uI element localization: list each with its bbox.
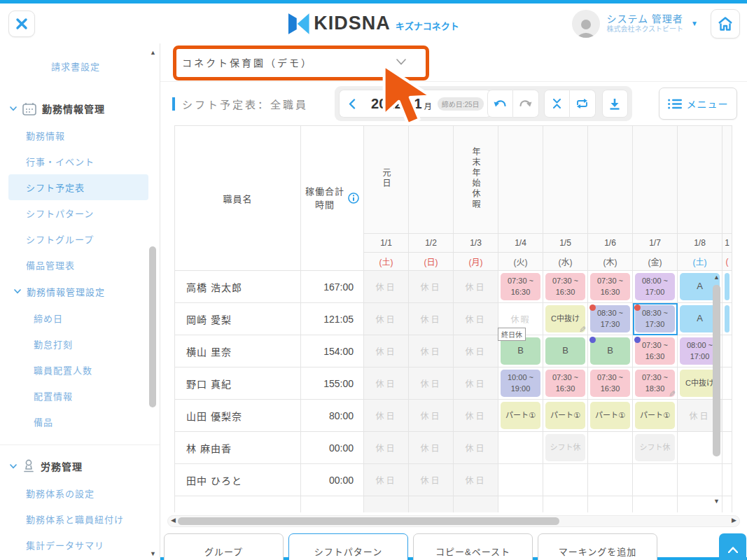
- scroll-up-arrow[interactable]: ▲: [148, 49, 158, 56]
- shift-cell[interactable]: 08:30 ~ 17:30: [588, 303, 633, 335]
- shift-cell[interactable]: [722, 464, 732, 496]
- sidebar-item-5[interactable]: シフトパターン: [0, 200, 160, 226]
- previous-month-button[interactable]: [339, 90, 364, 118]
- scrollbar-thumb[interactable]: [713, 285, 720, 456]
- facility-selector[interactable]: コネクト保育園（デモ）: [182, 55, 313, 69]
- shift-cell[interactable]: 休日: [454, 464, 498, 496]
- scroll-top-button[interactable]: [719, 533, 746, 560]
- shift-cell[interactable]: パート①: [543, 400, 588, 432]
- shift-cell[interactable]: B: [543, 335, 588, 368]
- shift-cell[interactable]: 休日: [409, 271, 454, 303]
- shift-cell[interactable]: [588, 496, 633, 513]
- sidebar-item-18[interactable]: 集計データサマリ: [0, 532, 160, 558]
- shift-cell[interactable]: 07:30 ~ 16:30: [498, 271, 543, 303]
- shift-cell[interactable]: 10:00 ~ 19:00: [498, 368, 543, 400]
- shift-cell[interactable]: 07:30 ~ 16:30: [588, 368, 633, 400]
- shift-cell[interactable]: 07:30 ~ 16:30: [588, 271, 633, 303]
- shift-cell[interactable]: [588, 432, 633, 464]
- shift-cell[interactable]: 休日: [364, 335, 409, 368]
- shift-cell[interactable]: B: [588, 335, 633, 368]
- shift-cell[interactable]: シフト休: [543, 432, 588, 464]
- shift-cell[interactable]: パート①: [588, 400, 633, 432]
- shift-cell[interactable]: [588, 464, 633, 496]
- scrollbar-thumb[interactable]: [149, 246, 156, 407]
- sidebar-item-6[interactable]: シフトグループ: [0, 226, 160, 252]
- scroll-right-arrow[interactable]: ▶: [732, 517, 736, 524]
- shift-cell[interactable]: 休日: [409, 335, 454, 368]
- footer-button-0[interactable]: グループ: [164, 533, 284, 560]
- scrollbar-thumb[interactable]: [178, 517, 559, 525]
- shift-cell[interactable]: [409, 496, 454, 513]
- sidebar-item-9[interactable]: 締め日: [0, 305, 160, 331]
- sidebar-item-4[interactable]: シフト予定表: [8, 174, 148, 200]
- sidebar-scrollbar[interactable]: ▲ ▼: [148, 49, 158, 557]
- shift-cell[interactable]: [722, 368, 732, 400]
- footer-button-1[interactable]: シフトパターン: [288, 533, 408, 560]
- shift-cell[interactable]: [722, 303, 732, 335]
- shift-cell[interactable]: [498, 432, 543, 464]
- sidebar-item-3[interactable]: 行事・イベント: [0, 148, 160, 174]
- shift-cell[interactable]: 休日: [364, 368, 409, 400]
- sidebar-item-10[interactable]: 勤怠打刻: [0, 331, 160, 357]
- sidebar-item-15[interactable]: 労務管理: [0, 452, 160, 480]
- shift-cell[interactable]: [722, 271, 732, 303]
- shift-cell[interactable]: 休日: [454, 271, 498, 303]
- shift-cell[interactable]: [722, 496, 732, 513]
- sidebar-item-0[interactable]: 請求書設定: [0, 53, 160, 79]
- sidebar-item-17[interactable]: 勤務体系と職員紐付け: [0, 506, 160, 532]
- shift-cell[interactable]: 休暇終日休: [498, 303, 543, 335]
- download-button[interactable]: [602, 90, 628, 118]
- shift-cell[interactable]: [722, 335, 732, 368]
- shift-cell[interactable]: [498, 464, 543, 496]
- info-icon[interactable]: [348, 192, 359, 204]
- shift-cell[interactable]: 07:30 ~ 16:30: [543, 271, 588, 303]
- shift-cell[interactable]: 08:00 ~ 17:00: [633, 271, 678, 303]
- table-horizontal-scrollbar[interactable]: ◀ ▶: [167, 515, 740, 527]
- shift-cell[interactable]: シフト休: [633, 432, 678, 464]
- close-button[interactable]: [8, 10, 35, 37]
- menu-button[interactable]: メニュー: [659, 88, 737, 120]
- shift-cell[interactable]: 休日: [454, 368, 498, 400]
- shift-cell[interactable]: 休日: [364, 271, 409, 303]
- table-vertical-scrollbar[interactable]: ▲ ▼: [711, 274, 722, 505]
- shift-cell[interactable]: 休日: [454, 432, 498, 464]
- shift-cell[interactable]: [454, 496, 498, 513]
- shift-cell[interactable]: 休日: [409, 464, 454, 496]
- home-button[interactable]: [711, 9, 740, 38]
- sidebar-item-12[interactable]: 配置情報: [0, 383, 160, 409]
- chevron-down-icon[interactable]: [396, 59, 406, 65]
- shift-cell[interactable]: 休日: [364, 303, 409, 335]
- shift-cell[interactable]: 休日: [364, 400, 409, 432]
- shift-cell[interactable]: 休日: [364, 432, 409, 464]
- shift-cell[interactable]: 休日: [409, 368, 454, 400]
- reload-button[interactable]: [570, 90, 596, 118]
- shift-cell[interactable]: 07:30 ~ 16:30: [633, 335, 678, 368]
- sidebar-item-1[interactable]: 勤務情報管理: [0, 94, 160, 122]
- shift-cell[interactable]: [722, 432, 732, 464]
- shift-cell[interactable]: 休日: [454, 303, 498, 335]
- shift-cell[interactable]: [543, 464, 588, 496]
- shift-cell[interactable]: 休日: [454, 335, 498, 368]
- scroll-down-arrow[interactable]: ▼: [148, 550, 158, 557]
- shift-cell[interactable]: 08:30 ~ 17:30: [633, 303, 678, 335]
- sidebar-item-13[interactable]: 備品: [0, 409, 160, 435]
- user-menu[interactable]: システム 管理者 株式会社ネクストビート ▼: [572, 10, 698, 38]
- sidebar-item-7[interactable]: 備品管理表: [0, 252, 160, 278]
- scroll-up-arrow[interactable]: ▲: [711, 274, 722, 281]
- shift-cell[interactable]: [633, 464, 678, 496]
- shift-cell[interactable]: 07:30 ~ 16:30: [543, 368, 588, 400]
- sidebar-item-16[interactable]: 勤務体系の設定: [0, 480, 160, 506]
- shift-cell[interactable]: 休日: [409, 400, 454, 432]
- redo-button[interactable]: [513, 90, 539, 118]
- shift-cell[interactable]: パート①: [633, 400, 678, 432]
- shift-cell[interactable]: 休日: [454, 400, 498, 432]
- footer-button-3[interactable]: マーキングを追加: [538, 533, 657, 560]
- shift-cell[interactable]: 休日: [409, 303, 454, 335]
- shift-cell[interactable]: C中抜け✎: [543, 303, 588, 335]
- scroll-left-arrow[interactable]: ◀: [171, 517, 176, 524]
- scroll-down-arrow[interactable]: ▼: [711, 498, 722, 505]
- shift-cell[interactable]: [543, 496, 588, 513]
- shift-cell[interactable]: 休日: [364, 464, 409, 496]
- sidebar-item-2[interactable]: 勤務情報: [0, 122, 160, 148]
- shift-cell[interactable]: 休日: [409, 432, 454, 464]
